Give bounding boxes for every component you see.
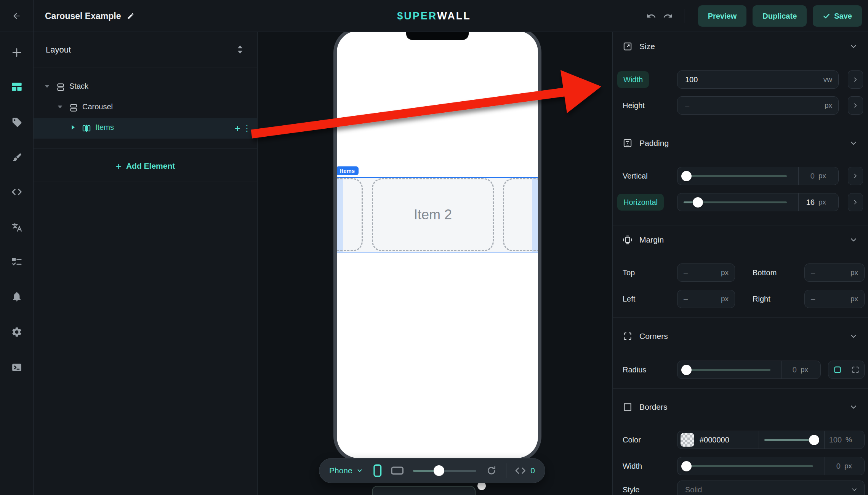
border-color-input[interactable]: #000000 100 % (677, 431, 865, 449)
margin-bottom-input[interactable]: – px (804, 263, 865, 282)
theme-tab[interactable] (8, 148, 26, 166)
margin-left-label: Left (623, 290, 635, 308)
zoom-slider-thumb[interactable] (434, 465, 444, 476)
horizontal-padding-slider[interactable]: 16 px (677, 193, 839, 211)
chevron-down-icon[interactable] (849, 402, 858, 412)
chevron-down-icon (356, 467, 363, 474)
divider (34, 148, 257, 149)
vertical-padding-expand-button[interactable] (848, 167, 863, 185)
radius-slider[interactable]: 0 px (677, 361, 821, 379)
slider-track[interactable] (684, 465, 813, 467)
left-icon-rail (0, 32, 34, 495)
uniform-radius-icon[interactable] (833, 366, 842, 374)
slider-track[interactable] (684, 175, 787, 177)
corners-section-title: Corners (639, 332, 668, 341)
expand-arrow-icon[interactable] (70, 125, 76, 130)
code-tab[interactable] (8, 183, 26, 201)
chevron-down-icon[interactable] (849, 139, 858, 148)
borders-section-header[interactable]: Borders (623, 399, 668, 415)
horizontal-padding-expand-button[interactable] (848, 193, 863, 211)
phone-screen[interactable]: Item 2 Items (337, 32, 538, 458)
padding-section-header[interactable]: Padding (623, 135, 669, 152)
margin-top-input[interactable]: – px (677, 263, 735, 282)
preview-label: Preview (708, 12, 737, 21)
add-button[interactable] (8, 43, 26, 62)
vertical-padding-slider[interactable]: 0 px (677, 167, 839, 185)
slider-track[interactable] (684, 369, 770, 371)
collapse-arrow-icon[interactable] (57, 104, 63, 110)
notifications-tab[interactable] (8, 287, 26, 306)
radius-label: Radius (623, 361, 646, 379)
tree-row-carousel[interactable]: Carousel (34, 97, 257, 118)
margin-bottom-label: Bottom (753, 263, 777, 282)
slider-thumb[interactable] (681, 461, 692, 471)
products-tab[interactable] (8, 113, 26, 131)
border-width-slider[interactable]: 0 px (677, 457, 865, 475)
corners-section-header[interactable]: Corners (623, 328, 668, 345)
width-unit[interactable]: vw (823, 75, 832, 84)
layout-tab[interactable] (8, 78, 26, 96)
portrait-phone-icon[interactable] (373, 464, 382, 477)
landscape-phone-icon[interactable] (391, 466, 404, 475)
width-input[interactable]: 100 vw (677, 70, 839, 89)
kebab-menu-icon[interactable]: ⋮ (243, 123, 251, 134)
margin-right-unit: px (850, 295, 858, 303)
border-width-label: Width (623, 457, 642, 475)
slider-thumb[interactable] (681, 365, 692, 375)
tree-row-stack[interactable]: Stack (34, 77, 257, 97)
border-color-value[interactable]: #000000 (700, 436, 759, 444)
chevron-down-icon[interactable] (849, 235, 858, 244)
border-opacity-value: 100 (829, 436, 842, 444)
terminal-icon (11, 362, 22, 373)
add-element-button[interactable]: + Add Element (34, 151, 257, 181)
device-dropdown[interactable]: Phone (329, 466, 363, 475)
rules-tab[interactable] (8, 252, 26, 271)
sort-icon[interactable] (236, 45, 244, 54)
code-count-badge: 0 (530, 466, 535, 475)
chevron-down-icon[interactable] (849, 42, 858, 51)
horizontal-padding-label-chip[interactable]: Horizontal (617, 194, 664, 211)
height-input[interactable]: – px (677, 96, 839, 115)
undo-icon (646, 11, 656, 21)
height-expand-button[interactable] (848, 96, 863, 115)
border-style-select[interactable]: Solid (677, 481, 865, 495)
size-section-header[interactable]: Size (623, 38, 655, 55)
section-divider (613, 388, 868, 389)
settings-tab[interactable] (8, 323, 26, 341)
vertical-padding-unit: px (818, 172, 826, 180)
opacity-slider-thumb[interactable] (809, 435, 819, 445)
chevron-down-icon[interactable] (849, 332, 858, 341)
localization-tab[interactable] (8, 218, 26, 236)
width-expand-button[interactable] (848, 70, 863, 89)
tree-row-items[interactable]: Items + ⋮ (34, 118, 257, 139)
slider-thumb[interactable] (681, 171, 692, 181)
duplicate-label: Duplicate (762, 12, 797, 21)
preview-button[interactable]: Preview (698, 5, 747, 27)
margin-left-input[interactable]: – px (677, 290, 735, 308)
carousel-item-label: Item 2 (414, 207, 452, 223)
console-tab[interactable] (8, 358, 26, 377)
width-label-chip[interactable]: Width (617, 71, 649, 88)
carousel-item-current[interactable]: Item 2 (372, 178, 494, 251)
refresh-icon[interactable] (486, 465, 496, 476)
height-unit[interactable]: px (825, 101, 832, 110)
canvas[interactable]: Item 2 Items Phone (258, 32, 612, 495)
add-child-icon[interactable]: + (235, 123, 240, 134)
horizontal-padding-unit: px (818, 198, 826, 206)
duplicate-button[interactable]: Duplicate (753, 5, 807, 27)
tag-icon (11, 117, 22, 128)
collapse-arrow-icon[interactable] (44, 83, 50, 89)
undo-button[interactable] (643, 8, 660, 24)
save-button[interactable]: Save (813, 5, 862, 27)
zoom-slider[interactable] (413, 465, 477, 476)
individual-corners-icon[interactable] (851, 366, 860, 374)
items-selection-box[interactable]: Item 2 Items (337, 177, 538, 252)
redo-button[interactable] (660, 8, 676, 24)
slider-thumb[interactable] (693, 197, 703, 208)
border-style-value: Solid (685, 485, 850, 494)
code-brackets-icon[interactable] (515, 466, 526, 475)
margin-section-header[interactable]: Margin (623, 232, 664, 248)
color-swatch[interactable] (681, 433, 694, 447)
margin-right-input[interactable]: – px (804, 290, 865, 308)
selection-badge: Items (337, 166, 359, 175)
